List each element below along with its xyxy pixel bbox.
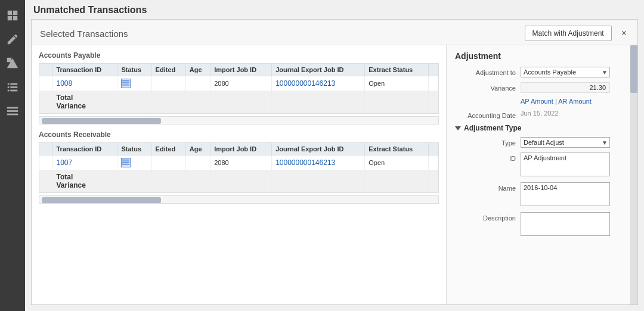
ap-col-import-job-id: Import Job ID xyxy=(210,64,272,76)
variance-value: 21.30 xyxy=(521,82,629,93)
ar-col-transaction-id: Transaction ID xyxy=(52,143,117,156)
ar-row-extract-status: Open xyxy=(365,156,429,170)
type-row: Type Default Adjust ▼ xyxy=(455,137,629,148)
ar-total-empty-4 xyxy=(272,170,365,192)
ap-row-edited xyxy=(151,76,185,91)
list-lines-icon[interactable] xyxy=(2,100,23,122)
status-table-icon xyxy=(121,79,131,88)
ar-row-status xyxy=(117,156,151,170)
type-value: Default Adjust ▼ xyxy=(521,137,629,148)
ap-horizontal-scrollbar[interactable] xyxy=(39,116,439,125)
accounts-payable-section: Accounts Payable Transaction ID Status E… xyxy=(39,51,439,125)
ap-total-label-1 xyxy=(39,91,52,113)
ar-import-job-link[interactable]: 100000000146213 xyxy=(275,158,335,167)
adjustment-to-value: Accounts Payable ▼ xyxy=(521,67,629,77)
type-select-wrapper: Default Adjust ▼ xyxy=(521,137,610,148)
sidebar xyxy=(0,0,25,311)
ar-col-status: Status xyxy=(117,143,151,156)
svg-rect-3 xyxy=(13,16,17,20)
accounts-receivable-label: Accounts Receivable xyxy=(39,130,439,139)
right-panel-scrollbar-thumb xyxy=(630,45,637,93)
ap-row-age xyxy=(185,76,210,91)
svg-rect-9 xyxy=(10,86,17,88)
svg-rect-5 xyxy=(7,58,11,62)
ar-col-journal-export: Journal Export Job ID xyxy=(272,143,365,156)
svg-rect-11 xyxy=(10,90,17,92)
right-panel-scrollbar[interactable] xyxy=(630,45,637,304)
close-dialog-button[interactable]: × xyxy=(619,28,629,39)
ap-row-import-job-link: 100000000146213 xyxy=(272,76,365,91)
id-textarea[interactable]: AP Adjustment xyxy=(521,153,610,176)
ap-total-empty-4 xyxy=(272,91,365,113)
ar-horizontal-scrollbar[interactable] xyxy=(39,195,439,204)
variance-label: Variance xyxy=(455,82,521,92)
adjustment-type-header[interactable]: Adjustment Type xyxy=(455,124,629,132)
ap-total-row: TotalVariance xyxy=(39,91,438,113)
adjustment-section-title: Adjustment xyxy=(455,51,629,61)
variance-row: Variance 21.30 xyxy=(455,82,629,93)
shapes-icon[interactable] xyxy=(2,52,23,74)
name-textarea[interactable]: 2016-10-04 xyxy=(521,182,610,206)
ar-total-empty-2 xyxy=(185,170,210,192)
svg-rect-19 xyxy=(122,161,129,163)
ar-scrollbar-thumb xyxy=(42,197,161,203)
ar-row-extra xyxy=(429,156,438,170)
variance-amount: 21.30 xyxy=(521,82,610,93)
ap-scrollbar-thumb xyxy=(42,118,161,124)
ar-row-import-job-link: 100000000146213 xyxy=(272,156,365,170)
ar-total-empty-3 xyxy=(210,170,272,192)
dialog-header: Selected Transactions Match with Adjustm… xyxy=(32,20,637,45)
type-select[interactable]: Default Adjust xyxy=(521,137,610,148)
ap-import-job-link[interactable]: 100000000146213 xyxy=(275,79,335,88)
ap-row-select xyxy=(39,76,52,91)
svg-rect-7 xyxy=(10,83,17,85)
table-row: 1007 2080 1000000001462 xyxy=(39,156,438,170)
ar-transaction-link[interactable]: 1007 xyxy=(57,158,73,167)
ap-total-empty-2 xyxy=(185,91,210,113)
ar-col-age: Age xyxy=(185,143,210,156)
accounting-date-label: Accounting Date xyxy=(455,110,521,119)
description-row: Description xyxy=(455,212,629,237)
ar-status-table-icon xyxy=(121,158,131,167)
ap-total-empty-6 xyxy=(429,91,438,113)
ar-row-transaction-id: 1007 xyxy=(52,156,117,170)
ap-ar-amount-link[interactable]: AP Amount | AR Amount xyxy=(521,98,592,105)
ap-row-status xyxy=(117,76,151,91)
name-row: Name 2016-10-04 xyxy=(455,182,629,207)
ar-col-checkbox xyxy=(39,143,52,156)
accounting-date-row: Accounting Date Jun 15, 2022 xyxy=(455,110,629,119)
match-with-adjustment-button[interactable]: Match with Adjustment xyxy=(525,26,612,41)
accounts-payable-label: Accounts Payable xyxy=(39,51,439,60)
edit-icon[interactable] xyxy=(2,29,23,50)
svg-rect-14 xyxy=(7,114,18,116)
grid-icon[interactable] xyxy=(2,5,23,26)
ap-row-extract-status: Open xyxy=(365,76,429,91)
ar-total-label-2: TotalVariance xyxy=(52,170,151,192)
id-row: ID AP Adjustment xyxy=(455,153,629,178)
name-label: Name xyxy=(455,182,521,192)
svg-rect-15 xyxy=(122,80,129,82)
ar-row-import-job-id: 2080 xyxy=(210,156,272,170)
ar-total-row: TotalVariance xyxy=(39,170,438,192)
list-check-icon[interactable] xyxy=(2,76,23,98)
amount-link-value: AP Amount | AR Amount xyxy=(521,98,629,105)
name-value: 2016-10-04 xyxy=(521,182,629,207)
accounting-date-value: Jun 15, 2022 xyxy=(521,110,629,117)
accounts-receivable-section: Accounts Receivable Transaction ID Statu… xyxy=(39,130,439,204)
svg-rect-2 xyxy=(8,16,12,20)
adjustment-to-select-wrapper: Accounts Payable ▼ xyxy=(521,67,610,77)
svg-rect-18 xyxy=(122,160,129,161)
ar-total-empty-1 xyxy=(151,170,185,192)
adjustment-type-section: Adjustment Type Type Default Adjust ▼ xyxy=(455,124,629,237)
ar-row-select xyxy=(39,156,52,170)
ap-row-extra xyxy=(429,76,438,91)
ap-transaction-link[interactable]: 1008 xyxy=(57,79,73,88)
adjustment-to-select[interactable]: Accounts Payable xyxy=(521,67,610,77)
id-label: ID xyxy=(455,153,521,162)
left-panel: Accounts Payable Transaction ID Status E… xyxy=(32,45,447,304)
description-textarea[interactable] xyxy=(521,212,610,236)
svg-rect-6 xyxy=(8,83,10,85)
ar-total-empty-5 xyxy=(365,170,429,192)
amount-link-spacer xyxy=(455,98,521,100)
svg-rect-0 xyxy=(8,11,12,15)
